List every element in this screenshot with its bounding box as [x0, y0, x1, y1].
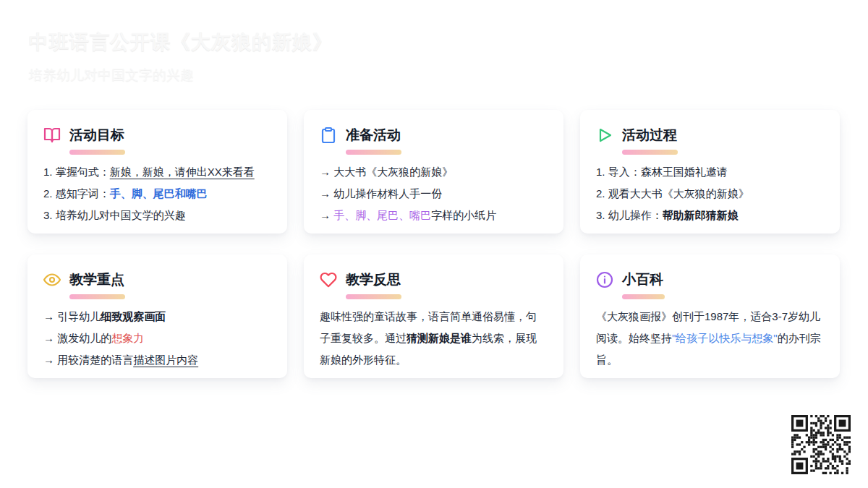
text-line: 《大灰狼画报》创刊于1987年，适合3-7岁幼儿阅读。始终坚持"给孩子以快乐与想… — [596, 306, 822, 371]
card-activity-process: 活动过程 1. 导入：森林王国婚礼邀请2. 观看大大书《大灰狼的新娘》3. 幼儿… — [580, 110, 840, 234]
card-preparation: 准备活动 → 大大书《大灰狼的新娘》→ 幼儿操作材料人手一份→ 手、脚、尾巴、嘴… — [304, 110, 563, 234]
text-line: 3. 幼儿操作：帮助新郎猜新娘 — [596, 205, 822, 226]
card-content: → 大大书《大灰狼的新娘》→ 幼儿操作材料人手一份→ 手、脚、尾巴、嘴巴字样的小… — [320, 161, 546, 226]
title-underline — [622, 150, 678, 155]
qr-code — [791, 413, 851, 474]
card-title: 活动过程 — [622, 126, 677, 145]
card-header: 小百科 — [596, 270, 822, 289]
card-title: 教学重点 — [69, 270, 124, 289]
clipboard-icon — [320, 127, 337, 144]
card-teaching-focus: 教学重点 → 引导幼儿细致观察画面→ 激发幼儿的想象力→ 用较清楚的语言描述图片… — [27, 254, 287, 378]
card-header: 活动目标 — [43, 126, 270, 145]
title-underline — [622, 294, 665, 299]
card-header: 准备活动 — [320, 126, 546, 145]
text-line: → 引导幼儿细致观察画面 — [43, 306, 270, 328]
heart-icon — [320, 271, 337, 288]
book-open-icon — [43, 127, 61, 144]
card-content: 1. 掌握句式：新娘，新娘，请伸出XX来看看2. 感知字词：手、脚、尾巴和嘴巴3… — [43, 161, 270, 226]
text-line: → 大大书《大灰狼的新娘》 — [320, 161, 546, 183]
title-underline — [69, 294, 125, 299]
card-encyclopedia: 小百科 《大灰狼画报》创刊于1987年，适合3-7岁幼儿阅读。始终坚持"给孩子以… — [580, 254, 840, 378]
card-teaching-reflection: 教学反思 趣味性强的童话故事，语言简单通俗易懂，句子重复较多。通过猜测新娘是谁为… — [304, 254, 563, 378]
page-subtitle: 培养幼儿对中国文字的兴趣 — [29, 66, 333, 85]
text-line: → 用较清楚的语言描述图片内容 — [43, 349, 270, 371]
card-title: 活动目标 — [69, 126, 124, 145]
title-underline — [346, 150, 401, 155]
card-activity-goals: 活动目标 1. 掌握句式：新娘，新娘，请伸出XX来看看2. 感知字词：手、脚、尾… — [27, 110, 287, 234]
text-line: 1. 掌握句式：新娘，新娘，请伸出XX来看看 — [43, 161, 270, 183]
text-line: → 激发幼儿的想象力 — [43, 328, 270, 349]
text-line: 3. 培养幼儿对中国文学的兴趣 — [43, 205, 270, 226]
info-icon — [596, 271, 613, 288]
card-header: 教学重点 — [43, 270, 270, 289]
page-title: 中班语言公开课《大灰狼的新娘》 — [29, 29, 333, 55]
card-content: 1. 导入：森林王国婚礼邀请2. 观看大大书《大灰狼的新娘》3. 幼儿操作：帮助… — [596, 161, 822, 226]
page-header: 中班语言公开课《大灰狼的新娘》 培养幼儿对中国文字的兴趣 — [29, 29, 333, 85]
card-content: 趣味性强的童话故事，语言简单通俗易懂，句子重复较多。通过猜测新娘是谁为线索，展现… — [320, 306, 546, 371]
card-header: 活动过程 — [596, 126, 822, 145]
play-icon — [596, 127, 613, 144]
card-title: 小百科 — [622, 270, 663, 289]
text-line: 趣味性强的童话故事，语言简单通俗易懂，句子重复较多。通过猜测新娘是谁为线索，展现… — [320, 306, 546, 371]
card-title: 准备活动 — [346, 126, 401, 145]
text-line: 1. 导入：森林王国婚礼邀请 — [596, 161, 822, 183]
text-line: 2. 感知字词：手、脚、尾巴和嘴巴 — [43, 183, 270, 205]
text-line: → 幼儿操作材料人手一份 — [320, 183, 546, 205]
text-line: → 手、脚、尾巴、嘴巴字样的小纸片 — [320, 205, 546, 226]
eye-icon — [43, 271, 61, 288]
card-header: 教学反思 — [320, 270, 546, 289]
title-underline — [69, 150, 125, 155]
text-line: 2. 观看大大书《大灰狼的新娘》 — [596, 183, 822, 205]
card-content: 《大灰狼画报》创刊于1987年，适合3-7岁幼儿阅读。始终坚持"给孩子以快乐与想… — [596, 306, 822, 371]
card-content: → 引导幼儿细致观察画面→ 激发幼儿的想象力→ 用较清楚的语言描述图片内容 — [43, 306, 270, 371]
title-underline — [346, 294, 401, 299]
card-grid: 活动目标 1. 掌握句式：新娘，新娘，请伸出XX来看看2. 感知字词：手、脚、尾… — [27, 110, 840, 378]
card-title: 教学反思 — [346, 270, 401, 289]
